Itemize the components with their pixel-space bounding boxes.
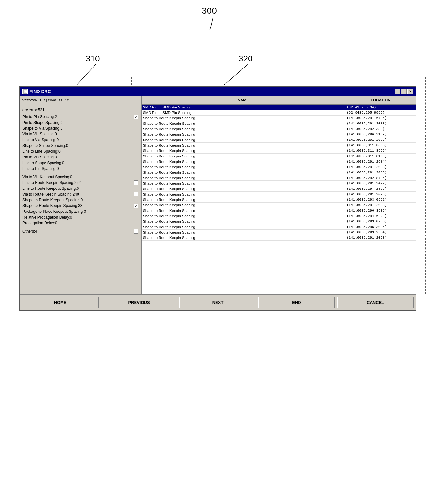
bottom-buttons: HOME PREVIOUS NEXT END CANCEL [20, 294, 416, 310]
table-row[interactable]: Shape to Route Keepin Spacing(141.6035,2… [142, 203, 416, 208]
row-location-cell: (141.6035,293.0552) [345, 197, 416, 202]
row-location-cell: (141.6035,291.2083) [345, 137, 416, 142]
table-row[interactable]: Shape to Route Keepin Spacing(141.6035,2… [142, 121, 416, 126]
spacing-checkbox[interactable] [134, 180, 138, 185]
list-item: Via to Via Keepout Spacing:0 [22, 174, 138, 180]
spacing-label: Shape to Route Keepout Spacing:0 [22, 198, 138, 202]
list-item[interactable]: Shape to Route Keepin Spacing:33 [22, 203, 138, 208]
title-bar-controls: _ □ ✕ [395, 89, 413, 94]
row-location-cell: (141.6035,295.3036) [345, 224, 416, 229]
end-button[interactable]: END [258, 297, 335, 308]
spacing-label: Propagation Delay:0 [22, 221, 138, 225]
spacing-label: Shape to Route Keepin Spacing:33 [22, 204, 134, 208]
table-row[interactable]: Shape to Route Keepin Spacing(141.6035,2… [142, 213, 416, 219]
row-name-cell: Shape to Route Keepin Spacing [142, 170, 345, 175]
minimize-button[interactable]: _ [395, 89, 400, 94]
table-header: NAME LOCATION [142, 96, 416, 105]
row-location-cell: (141.6035,292.8786) [345, 175, 416, 180]
row-name-cell: Shape to Route Keepin Spacing [142, 230, 345, 235]
arrows-svg [0, 0, 435, 96]
table-row[interactable]: Shape to Route Keepin Spacing(141.6035,3… [142, 154, 416, 159]
row-location-cell: (141.6035,291.2083) [345, 164, 416, 170]
table-row[interactable]: Shape to Route Keepin Spacing(141.6035,2… [142, 208, 416, 213]
drc-count: drc error:531 [22, 108, 138, 112]
list-item: Propagation Delay:0 [22, 220, 138, 226]
list-item: Line to Shape Spacing:0 [22, 160, 138, 165]
diagram-label-320: 320 [239, 54, 252, 64]
row-location-cell: (141.6035,291.2083) [345, 170, 416, 175]
table-row[interactable]: Shape to Route Keepin Spacing(141.6035,2… [142, 219, 416, 224]
table-row[interactable]: Shape to Route Keepin Spacing(141.6035,2… [142, 132, 416, 137]
diagram-label-300: 300 [202, 6, 217, 16]
table-row[interactable]: Shape to Route Keepin Spacing(141.6035,2… [142, 224, 416, 230]
home-button[interactable]: HOME [22, 297, 99, 308]
row-location-cell: (141.6035,293.2534) [345, 230, 416, 235]
row-location-cell: (141.6035,311.8165) [345, 154, 416, 159]
table-row[interactable]: Shape to Route Keepin Spacing(141.6035,2… [142, 235, 416, 241]
table-row[interactable]: Shape to Route Keepin Spacing(141.6035,2… [142, 192, 416, 197]
row-name-cell: Shape to Route Keepin Spacing [142, 175, 345, 180]
spacing-checkbox[interactable] [134, 192, 138, 196]
row-name-cell: Shape to Route Keepin Spacing [142, 186, 345, 191]
row-name-cell: Shape to Route Keepin Spacing [142, 164, 345, 170]
spacing-label: Others:4 [22, 229, 134, 234]
list-item[interactable]: Pin to Pin Spacing:2 [22, 114, 138, 119]
list-item[interactable]: Line to Route Keepin Spacing:252 [22, 180, 138, 185]
table-row[interactable]: Shape to Route Keepin Spacing(141.6035,3… [142, 148, 416, 154]
table-row[interactable]: SMD Pin to SMD Pin Spacing(92.9486,295.9… [142, 110, 416, 116]
list-item[interactable]: Others:4 [22, 229, 138, 234]
dialog-window: ▣ FIND DRC _ □ ✕ VERSION:1.0[2008.12.12]… [19, 86, 416, 311]
cancel-button[interactable]: CANCEL [337, 297, 414, 308]
table-row[interactable]: Shape to Route Keepin Spacing(141.6035,2… [142, 186, 416, 192]
row-location-cell: (141.6035,291.2083) [345, 121, 416, 126]
spacing-checkbox[interactable] [134, 204, 138, 208]
spacing-label: Line to Shape Spacing:0 [22, 161, 138, 165]
spacing-label: Pin to Pin Spacing:2 [22, 115, 134, 119]
row-name-cell: Shape to Route Keepin Spacing [142, 181, 345, 186]
table-row[interactable]: Shape to Route Keepin Spacing(141.6035,2… [142, 137, 416, 143]
table-row[interactable]: Shape to Route Keepin Spacing(141.6035,2… [142, 175, 416, 181]
table-row[interactable]: Shape to Route Keepin Spacing(141.6035,2… [142, 170, 416, 175]
list-item[interactable]: Via to Route Keepin Spacing:240 [22, 192, 138, 197]
table-row[interactable]: Shape to Route Keepin Spacing(141.6035,2… [142, 159, 416, 164]
spacing-label: Via to Via Spacing 0 [22, 132, 138, 136]
table-row[interactable]: Shape to Route Keepin Spacing(141.6035,2… [142, 164, 416, 170]
row-location-cell: (141.6035,311.8565) [345, 148, 416, 153]
table-row[interactable]: SMD Pin to SMD Pin Spacing(32.43,235.34) [142, 105, 416, 110]
row-name-cell: Shape to Route Keepin Spacing [142, 208, 345, 213]
spacing-list: Pin to Pin Spacing:2Pin to Shape Spacing… [22, 114, 138, 234]
close-button[interactable]: ✕ [407, 89, 413, 94]
row-name-cell: Shape to Route Keepin Spacing [142, 116, 345, 121]
row-location-cell: (141.6035,311.8665) [345, 143, 416, 148]
table-row[interactable]: Shape to Route Keepin Spacing(141.6035,2… [142, 116, 416, 121]
row-location-cell: (32.43,235.34) [345, 105, 416, 110]
spacing-checkbox[interactable] [134, 115, 138, 119]
list-item: Package to Place Keepout Spacing 0 [22, 209, 138, 214]
row-name-cell: Shape to Route Keepin Spacing [142, 148, 345, 153]
title-bar-left: ▣ FIND DRC [22, 89, 51, 94]
table-row[interactable]: Shape to Route Keepin Spacing(141.6035,2… [142, 197, 416, 203]
row-name-cell: SMD Pin to SMD Pin Spacing [142, 110, 345, 115]
table-row[interactable]: Shape to Route Keepin Spacing(141.6035,3… [142, 143, 416, 148]
spacing-label: Package to Place Keepout Spacing 0 [22, 209, 138, 214]
row-name-cell: Shape to Route Keepin Spacing [142, 203, 345, 208]
table-row[interactable]: Shape to Route Keepin Spacing(141.6035,2… [142, 230, 416, 235]
row-name-cell: Shape to Route Keepin Spacing [142, 126, 345, 132]
diagram-label-310: 310 [86, 54, 100, 64]
next-button[interactable]: NEXT [179, 297, 256, 308]
table-row[interactable]: Shape to Route Keepin Spacing(141.6035,2… [142, 181, 416, 186]
spacing-label: Via to Via Keepout Spacing:0 [22, 175, 138, 179]
table-row[interactable]: Shape to Route Keepin Spacing(141.6035,2… [142, 126, 416, 132]
list-item: Line to Via Spacing:0 [22, 137, 138, 142]
spacing-label: Line to Route Keepout Spacing:0 [22, 186, 138, 191]
row-location-cell: (141.6035,291.2093) [345, 203, 416, 208]
right-panel: NAME LOCATION SMD Pin to SMD Pin Spacing… [142, 96, 416, 294]
row-name-cell: Shape to Route Keepin Spacing [142, 224, 345, 229]
spacing-label: Relative Propagation Delay:0 [22, 215, 138, 220]
list-item: Pin to Shape Spacing:0 [22, 120, 138, 125]
spacing-checkbox[interactable] [134, 229, 138, 234]
col-name-header: NAME [142, 97, 345, 103]
table-body[interactable]: SMD Pin to SMD Pin Spacing(32.43,235.34)… [142, 105, 416, 294]
previous-button[interactable]: PREVIOUS [101, 297, 177, 308]
restore-button[interactable]: □ [401, 89, 407, 94]
